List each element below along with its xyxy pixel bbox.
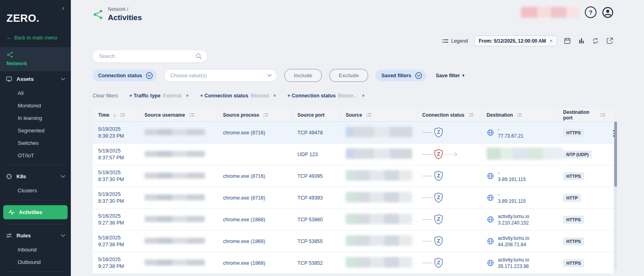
blocked-shield-icon[interactable]: [433, 257, 444, 268]
column-menu-icon[interactable]: [600, 113, 605, 117]
table-row[interactable]: 5/16/20259:27:38 PM chrome.exe (1868) TC…: [93, 209, 613, 231]
blocked-shield-icon[interactable]: [433, 149, 444, 160]
blocked-shield-icon[interactable]: [433, 171, 444, 181]
destination-cell: activity.lumu.io35.171.223.98: [481, 257, 557, 269]
legend-button[interactable]: Legend: [442, 38, 468, 44]
col-header-destination[interactable]: Destination: [481, 108, 557, 122]
source-port-cell: TCP 53855: [292, 239, 340, 244]
close-icon[interactable]: ×: [186, 93, 189, 99]
page-title: Activities: [108, 13, 142, 22]
breadcrumb-parent[interactable]: Network /: [108, 6, 142, 12]
col-header-source-username[interactable]: Source username: [139, 108, 217, 122]
search-input[interactable]: [98, 53, 196, 60]
chip-name: + Connection status: [287, 93, 336, 99]
saved-filters-dropdown[interactable]: Saved filters: [376, 70, 426, 81]
back-to-main-menu-link[interactable]: ← Back to main menu: [0, 25, 71, 47]
source-username-cell: [139, 151, 217, 158]
search-icon[interactable]: [196, 53, 202, 60]
sidebar-module-network[interactable]: Network: [0, 47, 71, 71]
chevron-down-icon: [61, 175, 65, 178]
sidebar-item-outbound[interactable]: Outbound: [0, 256, 71, 268]
col-header-source[interactable]: Source: [340, 108, 417, 122]
exclude-button[interactable]: Exclude: [329, 69, 369, 82]
sidebar-item-switches[interactable]: Switches: [0, 137, 71, 149]
export-button[interactable]: [606, 37, 613, 45]
column-menu-icon[interactable]: [263, 113, 268, 117]
sidebar-group-assets[interactable]: Assets: [0, 71, 71, 87]
column-menu-icon[interactable]: [189, 113, 194, 117]
column-menu-icon[interactable]: [517, 113, 522, 117]
source-cell: [340, 235, 417, 247]
sidebar-item-inbound[interactable]: Inbound: [0, 243, 71, 256]
include-button[interactable]: Include: [284, 69, 322, 82]
time-cell: 5/19/20258:37:30 PM: [93, 192, 139, 204]
table-row[interactable]: 5/19/20258:37:57 PM UDP 123 NTP (UDP): [93, 144, 613, 165]
table-row[interactable]: 5/19/20258:38:23 PM chrome.exe (8716) TC…: [93, 122, 613, 144]
sidebar-item-ot-iot[interactable]: OT/IoT: [0, 149, 71, 162]
blocked-shield-icon[interactable]: [433, 192, 444, 203]
breadcrumb: Network / Activities: [93, 6, 142, 22]
chevron-down-icon: [267, 74, 272, 77]
blocked-shield-icon[interactable]: [433, 236, 444, 247]
col-header-destination-port[interactable]: Destination port: [557, 108, 606, 122]
destination-port-cell: HTTPS: [557, 129, 606, 137]
sidebar-item-all[interactable]: All: [0, 87, 71, 99]
applied-filter-chip[interactable]: + Traffic type External ×: [129, 93, 189, 99]
time-cell: 5/19/20258:38:23 PM: [93, 126, 139, 139]
vertical-scrollbar[interactable]: [614, 122, 617, 270]
saved-filters-label: Saved filters: [381, 73, 411, 78]
column-menu-icon[interactable]: [469, 113, 474, 117]
sidebar-group-k8s[interactable]: K8s: [0, 169, 71, 184]
sidebar-item-monitored[interactable]: Monitored: [0, 99, 71, 112]
column-menu-icon[interactable]: [366, 113, 372, 117]
column-menu-icon[interactable]: [120, 113, 125, 117]
columns-button[interactable]: [578, 37, 585, 45]
refresh-button[interactable]: [592, 37, 599, 45]
assets-icon: [6, 76, 12, 82]
sort-desc-icon[interactable]: ↓: [114, 112, 116, 118]
applied-filter-chip[interactable]: + Connection status Blocke... ×: [287, 93, 365, 99]
sidebar-item-segmented[interactable]: Segmented: [0, 124, 71, 137]
close-icon[interactable]: ×: [273, 93, 276, 99]
calendar-button[interactable]: [564, 37, 571, 45]
destination-port-cell: HTTP: [557, 194, 606, 202]
sidebar-collapse-icon[interactable]: ‹: [62, 5, 64, 11]
filter-value-dropdown[interactable]: Choose value(s): [164, 69, 277, 82]
redacted-username: [144, 151, 205, 157]
redacted-username: [144, 238, 205, 244]
table-row[interactable]: 5/16/20259:27:38 PM chrome.exe (1868) TC…: [93, 252, 613, 274]
blocked-shield-icon[interactable]: [433, 127, 444, 138]
time-cell: 5/19/20258:37:30 PM: [93, 170, 139, 182]
scrollbar-thumb[interactable]: [614, 122, 617, 187]
protocol-badge: HTTP: [563, 194, 581, 202]
table-row[interactable]: 5/19/20258:37:30 PM chrome.exe (8716) TC…: [93, 165, 613, 187]
legend-label: Legend: [451, 38, 468, 44]
date-range-filter-chip[interactable]: From: 5/12/2025, 12:00:00 AM ×: [474, 35, 557, 46]
destination-port-cell: HTTPS: [557, 172, 606, 180]
col-header-time[interactable]: Time ↓: [93, 108, 139, 122]
source-process-cell: chrome.exe (1868): [217, 217, 292, 222]
sidebar-group-rules[interactable]: Rules: [0, 228, 71, 243]
redacted-source: [346, 127, 412, 137]
table-row[interactable]: 5/19/20258:37:30 PM chrome.exe (8716) TC…: [93, 187, 613, 209]
help-button[interactable]: ?: [585, 6, 597, 18]
redacted-source: [346, 170, 412, 181]
blocked-shield-icon[interactable]: [433, 214, 444, 225]
col-header-source-port[interactable]: Source port: [292, 108, 340, 122]
sidebar-item-activities-active[interactable]: Activities: [3, 205, 68, 219]
applied-filter-chip[interactable]: + Connection status Blocked ×: [200, 93, 276, 99]
close-icon[interactable]: ×: [362, 93, 365, 99]
clear-filters-button[interactable]: Clear filters: [93, 93, 118, 99]
globe-icon: [487, 237, 494, 245]
filter-field-dropdown[interactable]: Connection status: [93, 70, 157, 81]
col-header-connection-status[interactable]: Connection status: [417, 108, 481, 122]
table-row[interactable]: 5/16/20259:27:38 PM chrome.exe (1868) TC…: [93, 231, 613, 252]
sidebar-item-clusters[interactable]: Clusters: [0, 184, 71, 197]
redacted-username: [144, 194, 205, 200]
user-avatar[interactable]: [602, 7, 613, 18]
col-header-source-process[interactable]: Source process: [217, 108, 292, 122]
time-cell: 5/16/20259:27:38 PM: [93, 257, 139, 269]
sidebar-item-in-learning[interactable]: In learning: [0, 112, 71, 124]
save-filter-button[interactable]: Save filter ▾: [436, 73, 464, 78]
close-icon[interactable]: ×: [549, 38, 553, 44]
